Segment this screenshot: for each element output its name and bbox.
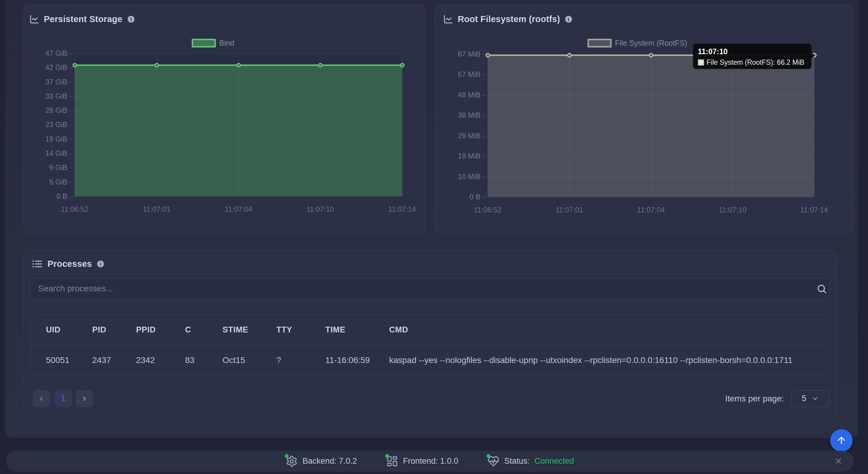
- column-header-ppid[interactable]: PPID: [136, 315, 178, 345]
- y-axis-label: 38 MiB: [435, 110, 480, 120]
- legend-bind[interactable]: Bind: [192, 38, 234, 48]
- x-axis-label: 11:07:10: [293, 205, 347, 214]
- gridline: [814, 54, 815, 197]
- processes-panel: Processes UID PID PPID C STIME TTY TIME …: [24, 250, 837, 419]
- gear-icon: [286, 455, 298, 467]
- data-point[interactable]: [237, 63, 241, 67]
- y-tick: [482, 177, 486, 177]
- status-dot: [385, 454, 389, 458]
- legend-rootfs[interactable]: File System (RootFS): [587, 38, 687, 48]
- data-point[interactable]: [567, 53, 572, 57]
- cell-ppid: 2342: [136, 345, 178, 375]
- processes-header: Processes: [32, 258, 104, 269]
- items-per-page-value: 5: [802, 394, 806, 403]
- cell-uid: 50051: [46, 345, 88, 375]
- y-axis-label: 0 B: [435, 192, 480, 202]
- backend-version-text: Backend: 7.0.2: [303, 456, 357, 466]
- column-header-time[interactable]: TIME: [325, 315, 383, 345]
- area-fill-rootfs: [488, 55, 814, 197]
- info-icon[interactable]: [127, 15, 135, 23]
- panel-title: Root Filesystem (rootfs): [458, 14, 560, 24]
- column-header-cmd[interactable]: CMD: [389, 315, 825, 345]
- y-tick: [69, 182, 73, 183]
- items-per-page-select[interactable]: 5: [791, 390, 829, 407]
- x-axis-label: 11:06:52: [461, 205, 515, 214]
- pagination-prev-button[interactable]: [33, 390, 50, 407]
- gridline: [402, 53, 403, 196]
- root-filesystem-header: Root Filesystem (rootfs): [443, 14, 572, 24]
- gridline: [488, 197, 814, 198]
- column-header-tty[interactable]: TTY: [276, 315, 319, 345]
- close-icon[interactable]: [834, 457, 843, 465]
- chevron-down-icon: [812, 395, 818, 402]
- data-point[interactable]: [486, 53, 490, 57]
- status-dot: [487, 454, 490, 458]
- y-tick: [69, 196, 73, 197]
- x-axis-label: 11:07:04: [211, 205, 266, 214]
- list-icon: [32, 258, 43, 269]
- search-input[interactable]: [38, 278, 806, 299]
- status-bar: Backend: 7.0.2 Frontend: 1.0.0 Status:: [6, 451, 854, 472]
- y-axis-label: 23 GiB: [24, 120, 67, 129]
- y-tick: [482, 115, 486, 116]
- connection-status: Status: Connected: [487, 455, 574, 467]
- data-point[interactable]: [154, 63, 159, 67]
- frontend-version-text: Frontend: 1.0.0: [403, 456, 458, 466]
- y-axis-label: 42 GiB: [24, 63, 67, 72]
- y-tick: [69, 67, 73, 68]
- area-fill-bind: [75, 65, 402, 196]
- cell-tty: ?: [276, 345, 319, 375]
- page-number: 1: [61, 394, 65, 403]
- y-axis-label: 67 MiB: [435, 49, 480, 59]
- line-chart-icon: [29, 14, 39, 24]
- table-row[interactable]: 50051 2437 2342 83 Oct15 ? 11-16:06:59 k…: [31, 345, 830, 375]
- y-axis-label: 19 MiB: [435, 151, 480, 161]
- legend-swatch-bind: [192, 39, 216, 48]
- cell-time: 11-16:06:59: [325, 345, 383, 375]
- y-tick: [482, 197, 486, 198]
- frontend-version: Frontend: 1.0.0: [386, 455, 458, 467]
- scroll-to-top-button[interactable]: [830, 429, 852, 452]
- persistent-storage-header: Persistent Storage: [29, 14, 135, 24]
- table-header-row: UID PID PPID C STIME TTY TIME CMD: [31, 315, 830, 345]
- column-header-c[interactable]: C: [185, 315, 215, 345]
- y-axis-label: 29 MiB: [435, 131, 480, 141]
- y-axis-label: 14 GiB: [24, 149, 67, 158]
- column-header-pid[interactable]: PID: [92, 315, 131, 345]
- data-point[interactable]: [649, 53, 653, 57]
- status-label: Status:: [504, 456, 530, 466]
- y-tick: [69, 153, 73, 154]
- items-per-page-label: Items per page:: [725, 394, 784, 404]
- panel-title: Persistent Storage: [44, 14, 122, 24]
- cell-c: 83: [185, 345, 215, 375]
- y-axis-label: 48 MiB: [435, 90, 480, 100]
- y-tick: [69, 110, 73, 111]
- search-icon[interactable]: [816, 284, 827, 294]
- y-axis-label: 0 B: [24, 191, 67, 201]
- line-chart-icon: [443, 14, 453, 24]
- chart-tooltip: 11:07:10 File System (RootFS): 66.2 MiB: [693, 43, 811, 69]
- x-axis-label: 11:07:01: [542, 205, 596, 214]
- y-tick: [69, 139, 73, 140]
- y-axis-label: 28 GiB: [24, 106, 67, 115]
- pagination-next-button[interactable]: [76, 390, 93, 407]
- y-tick: [482, 95, 486, 96]
- persistent-storage-panel: Persistent Storage Bind 47 GiB 42: [24, 4, 425, 234]
- process-search: [30, 278, 830, 299]
- tooltip-value: File System (RootFS): 66.2 MiB: [707, 58, 804, 66]
- pagination-page-1[interactable]: 1: [55, 390, 72, 407]
- data-point[interactable]: [318, 63, 322, 67]
- info-icon[interactable]: [96, 260, 104, 268]
- x-axis-label: 11:06:52: [48, 205, 102, 214]
- legend-label: Bind: [219, 39, 234, 48]
- y-axis-label: 5 GiB: [24, 177, 67, 187]
- column-header-stime[interactable]: STIME: [222, 315, 271, 345]
- info-icon[interactable]: [564, 15, 572, 23]
- column-header-uid[interactable]: UID: [46, 315, 88, 345]
- y-axis-label: 33 GiB: [24, 91, 67, 101]
- cell-pid: 2437: [92, 345, 131, 375]
- y-axis-label: 19 GiB: [24, 134, 67, 144]
- dashboard-page: Persistent Storage Bind 47 GiB 42: [0, 0, 868, 474]
- data-point[interactable]: [400, 63, 405, 67]
- data-point[interactable]: [72, 63, 77, 67]
